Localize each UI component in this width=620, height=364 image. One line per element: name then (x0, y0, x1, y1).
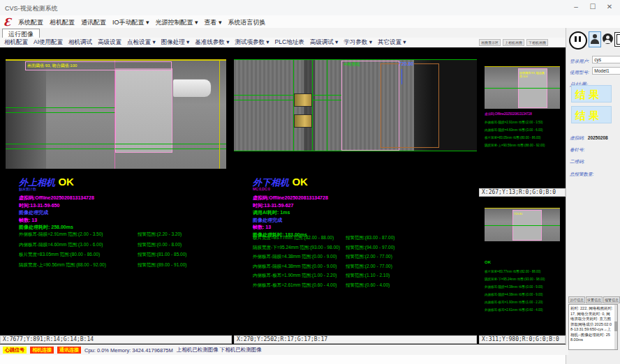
thumbnail-view-top[interactable]: 画面阈值:93, 吻合阈值:100 虚拟码:Offline20250208131… (479, 47, 566, 188)
log-text[interactable]: 耗时: 222, 网络检图耗时: 17, 网络分类耗时: 0, 网络抓取分类耗时… (568, 304, 618, 350)
roi-orange-box (381, 63, 439, 148)
window-controls: – ☐ ✕ (568, 2, 618, 13)
log-scrollbar[interactable] (614, 305, 617, 349)
alarm-count-label: 总报警数量: (570, 172, 593, 176)
thumbnail-measure-line: 隔膜宽度-上=90.56mm 范围:(88.00 - 92.00) (485, 142, 567, 149)
info-line: 图像处理完成 (19, 209, 94, 217)
camera-view-upper[interactable]: 画面阈值:93, 吻合阈值:100 外上相机 OK 触发图计数 虚拟码:Offl… (0, 47, 232, 335)
measurement-value: 极片宽度=83.05mm 范围:(80.00 - 86.00) (19, 252, 100, 258)
thumbnail-header-item[interactable]: 下相机画面 (526, 39, 548, 46)
measure-cursor-line (401, 69, 402, 84)
toolbar-item[interactable]: 高级设置 (98, 38, 121, 47)
toolbar-item[interactable]: PLC地址表 (275, 38, 304, 47)
coord-readout-upper: X:7677;Y:891;R:14;G:14;B:14 (0, 335, 232, 344)
virtual-code-label: 虚拟码: (570, 135, 584, 140)
menubar: Ɛ 系统配置 相机配置 通讯配置 IO手动配置 ▾ 光源控制配置 ▾ 查看 ▾ … (0, 15, 620, 28)
info-line: 帧数: 13 (19, 217, 94, 225)
login-user-input[interactable]: cys (592, 56, 620, 63)
thumbnail-measure-line: 极片宽度=83.77mm 范围:(82.00 - 88.00) (485, 268, 567, 275)
alarm-count-row: 总报警数量: (570, 166, 593, 179)
close-button[interactable]: ✕ (601, 2, 618, 13)
user-login-button[interactable] (589, 31, 601, 47)
coord-readout-thumb-bottom: X:311;Y:980;R:0;G:0;B:0 (479, 335, 566, 344)
measurement-value: 外侧极耳-隔膜=2.91mm 范围:(2.00 - 3.50) (19, 232, 103, 238)
qr-row: 二维码: (570, 153, 584, 166)
coord-readout-lower: X:270;Y:2502;R:17;G:17;B:17 (234, 335, 477, 344)
pause-button[interactable] (569, 31, 587, 50)
log-box: 运行信息 设置信息 报警信息 耗时: 222, 网络检图耗时: 17, 网络分类… (568, 296, 618, 352)
measurement-value: 极片宽度=83.77mm 范围:(82.00 - 88.00) (253, 235, 334, 241)
menu-item[interactable]: 相机配置 (50, 18, 75, 27)
menu-item[interactable]: 系统语言切换 (228, 18, 266, 27)
baseline-line (6, 144, 226, 144)
toolbar-item[interactable]: 学习参数 ▾ (344, 38, 372, 47)
toolbar-item[interactable]: 测试项参数 ▾ (235, 38, 269, 47)
thumbnail-measure-line: 内侧极耳-隔膜=4.38mm 范围:(0.00 - 9.00) (485, 291, 567, 298)
toolbar-item[interactable]: 相机调试 (68, 38, 92, 47)
login-user-label: 登录用户: (570, 59, 589, 63)
alarm-range: 报警范围:(94.00 - 97.00) (346, 245, 394, 251)
window-title: CVS-视觉检测系统 (5, 4, 58, 13)
menu-item[interactable]: IO手动配置 ▾ (112, 18, 149, 27)
tab-highlight (294, 114, 312, 128)
alarm-range: 报警范围:(81.00 - 85.00) (138, 252, 186, 258)
virtual-code-value: 20250208 (588, 135, 608, 140)
toolbar-item[interactable]: 点检设置 ▾ (127, 38, 156, 47)
menu-items: 系统配置 相机配置 通讯配置 IO手动配置 ▾ 光源控制配置 ▾ 查看 ▾ 系统… (18, 18, 266, 27)
logout-button[interactable]: → (614, 32, 620, 47)
model-input[interactable]: Model1 (592, 67, 620, 75)
menu-item[interactable]: 系统配置 (18, 18, 43, 27)
camera-view-lower[interactable]: AI检测框 720.80 外下相机 OK MC:0,DC:0 虚拟码:Offli… (234, 47, 477, 335)
measurement-value: 外侧极耳-极耳=2.61mm 范围:(0.60 - 4.00) (253, 282, 337, 289)
measurement-value: 内侧极耳-隔膜=4.38mm 范围:(0.00 - 9.00) (253, 264, 337, 270)
thumbnail-image: 画面阈值:93, 吻合阈值:100 (485, 66, 560, 109)
info-line: 调用AI耗时: 1ms (253, 209, 328, 217)
log-tab[interactable]: 报警信息 (603, 296, 620, 303)
thumbnail-header-item[interactable]: 画面显示区 (479, 39, 501, 46)
threshold-label: 画面阈值:93, 吻合阈值:100 (25, 61, 172, 70)
coord-readout-thumb-top: X:267;Y:13;R:0;G:0;B:0 (479, 188, 566, 197)
ai-detect-box-label: AI检测框 (344, 61, 360, 68)
status-badge: 相机连接 (30, 347, 54, 354)
toolbar-item[interactable]: 图像处理 ▾ (161, 38, 190, 47)
thumbnail-measure-line: 外侧极耳-隔膜=4.38mm 范围:(0.00 - 9.00) (485, 283, 567, 291)
toolbar-item[interactable]: 高级调试 ▾ (310, 38, 339, 47)
alarm-range: 报警范围:(1.10 - 2.10) (346, 273, 390, 279)
thumbnail-measurements: 外侧极耳-隔膜=2.91mm 范围:(2.00 - 3.50) 内侧极耳-隔膜=… (485, 119, 567, 149)
measurement-value: 内侧极耳-极耳=1.90mm 范围:(1.00 - 2.20) (253, 273, 337, 279)
thumbnail-overlay-text: 画面阈值:93, 吻合阈值:100 (519, 71, 547, 78)
toolbar-item[interactable]: 相机配置 (4, 38, 28, 47)
log-tab[interactable]: 运行信息 (568, 296, 585, 303)
menu-item[interactable]: 光源控制配置 ▾ (156, 18, 198, 27)
alarm-range: 报警范围:(83.00 - 87.00) (346, 235, 394, 241)
measure-cursor-value: 720.80 (399, 61, 413, 66)
thumbnail-header-item[interactable]: 上相机画面 (503, 39, 524, 46)
menu-item[interactable]: 通讯配置 (81, 18, 106, 27)
status-badge: 心跳信号 (3, 347, 27, 354)
cell-roi-box (115, 68, 172, 153)
log-tab[interactable]: 设置信息 (586, 296, 603, 303)
baseline-line (6, 112, 115, 113)
info-line: 虚拟码:Offline2025020813134728 (19, 195, 94, 202)
menu-item[interactable]: 查看 ▾ (205, 18, 222, 27)
maximize-button[interactable]: ☐ (584, 2, 601, 13)
image-shadow (6, 61, 46, 169)
thumbnail-ok-text: OK (485, 260, 491, 264)
toolbar-item[interactable]: AI使用配置 (34, 38, 63, 47)
result-block: 结果 (571, 106, 612, 123)
toolbar-item[interactable]: 其它设置 ▾ (378, 38, 406, 47)
alarm-range: 报警范围:(2.20 - 3.20) (138, 232, 182, 238)
thumbnail-overlay-text: 720.80 (514, 212, 542, 215)
thumbnail-code-line: 虚拟码:Offline2025020813134728 (485, 112, 532, 116)
toolbar-item[interactable]: 基准线参数 ▾ (195, 38, 229, 47)
titlebar: CVS-视觉检测系统 – ☐ ✕ (0, 0, 620, 16)
thumbnail-view-bottom[interactable]: 720.80 OK 极片宽度=83.77mm 范围:(82.00 - 88.00… (479, 197, 566, 335)
alarm-range: 报警范围:(2.00 - 77.00) (346, 254, 392, 260)
baseline-vline (312, 60, 313, 151)
minimize-button[interactable]: – (568, 2, 584, 13)
camera-status-text: 上相机已检测图像 下相机已检测图像 (177, 347, 262, 354)
thumbnail-header: 画面显示区 上相机画面 下相机画面 (479, 38, 566, 46)
status-ok: OK (292, 176, 308, 188)
info-line: 图像处理完成 (253, 217, 328, 225)
operator-button[interactable] (603, 33, 613, 44)
